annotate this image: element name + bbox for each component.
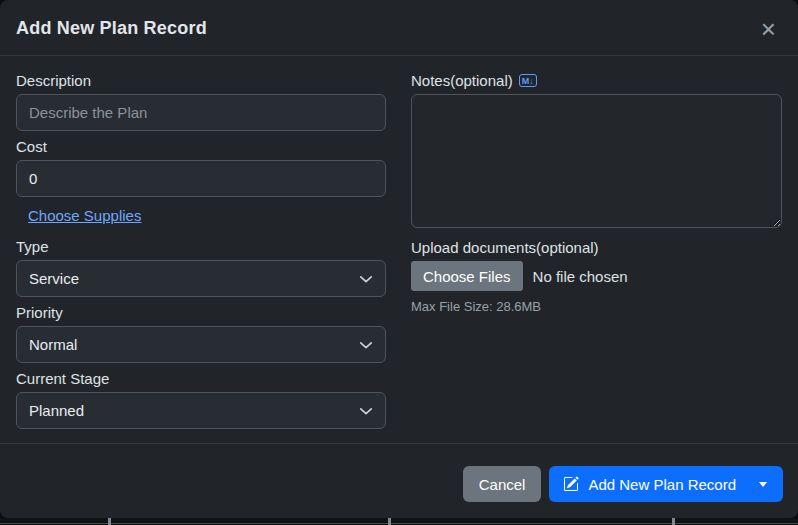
priority-label: Priority bbox=[16, 304, 386, 321]
priority-select[interactable]: Normal bbox=[16, 326, 386, 363]
choose-supplies-link[interactable]: Choose Supplies bbox=[28, 207, 141, 224]
cancel-button[interactable]: Cancel bbox=[463, 466, 542, 502]
choose-files-button[interactable]: Choose Files bbox=[411, 261, 523, 291]
notes-textarea[interactable] bbox=[411, 94, 782, 228]
table-border-line bbox=[0, 523, 798, 524]
chevron-down-icon bbox=[359, 338, 373, 352]
upload-documents-label: Upload documents(optional) bbox=[411, 239, 782, 256]
description-input[interactable] bbox=[16, 94, 386, 131]
file-input[interactable]: Choose Files No file chosen bbox=[411, 261, 782, 291]
current-stage-group: Current Stage Planned bbox=[16, 370, 386, 429]
cost-label: Cost bbox=[16, 138, 386, 155]
page-background-strip bbox=[0, 518, 798, 525]
type-group: Type Service bbox=[16, 238, 386, 297]
modal-body: Description Cost Choose Supplies Type Se… bbox=[0, 56, 798, 443]
add-plan-record-modal: Add New Plan Record × Description Cost C… bbox=[0, 0, 798, 518]
chevron-down-icon bbox=[359, 272, 373, 286]
type-label: Type bbox=[16, 238, 386, 255]
choose-supplies-row: Choose Supplies bbox=[28, 207, 386, 225]
type-select[interactable]: Service bbox=[16, 260, 386, 297]
file-chosen-status: No file chosen bbox=[533, 268, 628, 285]
current-stage-label: Current Stage bbox=[16, 370, 386, 387]
table-column-divider bbox=[672, 518, 675, 525]
table-column-divider bbox=[108, 518, 111, 525]
table-column-divider bbox=[388, 518, 391, 525]
modal-footer: Cancel Add New Plan Record bbox=[0, 443, 798, 518]
priority-select-value: Normal bbox=[29, 336, 77, 353]
modal-title: Add New Plan Record bbox=[16, 18, 207, 39]
chevron-down-icon bbox=[359, 404, 373, 418]
current-stage-select[interactable]: Planned bbox=[16, 392, 386, 429]
current-stage-select-value: Planned bbox=[29, 402, 84, 419]
pencil-square-icon bbox=[563, 476, 579, 492]
add-new-plan-record-button-label: Add New Plan Record bbox=[588, 476, 736, 493]
form-right-column: Notes(optional)M↓ Upload documents(optio… bbox=[411, 72, 782, 436]
close-icon[interactable]: × bbox=[759, 19, 778, 39]
markdown-icon[interactable]: M↓ bbox=[519, 74, 537, 87]
priority-group: Priority Normal bbox=[16, 304, 386, 363]
description-label: Description bbox=[16, 72, 386, 89]
description-group: Description bbox=[16, 72, 386, 131]
notes-label: Notes(optional)M↓ bbox=[411, 72, 782, 89]
cost-input[interactable] bbox=[16, 160, 386, 197]
form-left-column: Description Cost Choose Supplies Type Se… bbox=[16, 72, 386, 436]
dropdown-caret-icon[interactable] bbox=[759, 482, 767, 487]
type-select-value: Service bbox=[29, 270, 79, 287]
add-new-plan-record-button[interactable]: Add New Plan Record bbox=[549, 466, 783, 502]
max-file-size-hint: Max File Size: 28.6MB bbox=[411, 299, 782, 314]
modal-header: Add New Plan Record × bbox=[0, 0, 798, 56]
cost-group: Cost bbox=[16, 138, 386, 197]
notes-label-text: Notes(optional) bbox=[411, 72, 513, 89]
